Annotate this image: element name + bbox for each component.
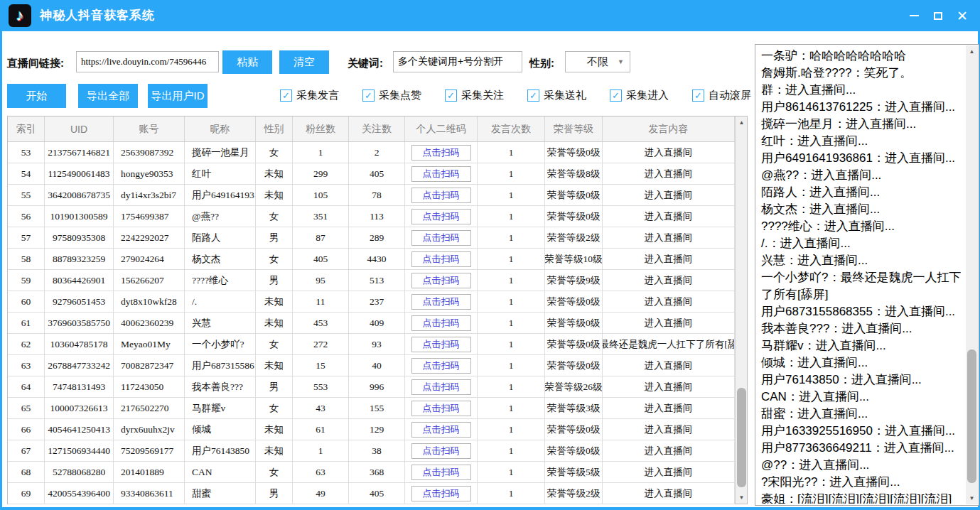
- column-header: 账号: [114, 116, 185, 141]
- clear-button[interactable]: 清空: [279, 50, 329, 74]
- scan-qr-button[interactable]: 点击扫码: [411, 401, 471, 416]
- scan-qr-button[interactable]: 点击扫码: [411, 358, 471, 374]
- cell-gender: 女: [256, 142, 293, 163]
- cell-nickname: 用户76143850: [185, 440, 256, 462]
- checkbox-label: 采集发言: [296, 89, 339, 102]
- maximize-button[interactable]: [926, 5, 950, 26]
- table-row[interactable]: 53 2137567146821 25639087392 搅碎一池星月 女 1 …: [8, 142, 735, 163]
- capture-option-checkbox[interactable]: 采集发言: [280, 89, 339, 102]
- scan-qr-button[interactable]: 点击扫码: [411, 379, 471, 395]
- app-title: 神秘人抖音获客系统: [40, 0, 155, 31]
- cell-speech-count: 1: [478, 440, 545, 462]
- scan-qr-button[interactable]: 点击扫码: [411, 209, 471, 224]
- capture-option-checkbox[interactable]: 采集进入: [610, 89, 669, 102]
- cell-qr: 点击扫码: [405, 419, 478, 440]
- chat-panel: 一条驴：哈哈哈哈哈哈哈哈 詹姆斯.哈登????：笑死了。 群：进入直播间... …: [755, 44, 979, 506]
- cell-honor-level: 荣誉等级0级: [545, 206, 603, 227]
- cell-index: 53: [8, 142, 45, 163]
- cell-fans: 351: [293, 206, 349, 227]
- cell-fans: 299: [293, 163, 349, 185]
- capture-option-checkbox[interactable]: 采集关注: [445, 89, 504, 102]
- scroll-up-icon[interactable]: ▲: [736, 116, 748, 129]
- table-row[interactable]: 60 92796051453 dyt8x10wkf28 /. 未知 11 237…: [8, 291, 735, 313]
- capture-options: 采集发言 采集点赞 采集关注 采集送礼 采集进入 自动滚屏: [280, 89, 751, 102]
- chat-scrollbar-thumb[interactable]: [967, 349, 976, 483]
- scan-qr-button[interactable]: 点击扫码: [411, 188, 471, 203]
- cell-fans: 95: [293, 270, 349, 291]
- table-row[interactable]: 58 88789323259 279024264 杨文杰 女 405 4430 …: [8, 249, 735, 270]
- table-row[interactable]: 59 80364426901 156266207 ????维心 男 95 513…: [8, 270, 735, 291]
- cell-nickname: 杨文杰: [185, 249, 256, 270]
- cell-index: 67: [8, 440, 45, 462]
- chat-message: 陌路人：进入直播间...: [761, 184, 964, 201]
- gender-label: 性别:: [529, 57, 554, 70]
- minimize-icon: [910, 15, 919, 16]
- cell-speech-count: 1: [478, 355, 545, 376]
- close-button[interactable]: ✕: [950, 5, 974, 26]
- scan-qr-button[interactable]: 点击扫码: [411, 486, 471, 501]
- export-all-button[interactable]: 导出全部: [78, 84, 138, 108]
- chat-message: 我本善良???：进入直播间...: [761, 320, 964, 337]
- cell-honor-level: 荣誉等级5级: [545, 462, 603, 483]
- live-link-input[interactable]: [76, 51, 219, 72]
- table-row[interactable]: 54 1125490061483 hongye90353 红叶 未知 299 4…: [8, 163, 735, 185]
- chat-scrollbar[interactable]: ▲ ▼: [966, 45, 978, 504]
- table-row[interactable]: 69 4200554396400 93340863611 甜蜜 男 49 405…: [8, 483, 735, 504]
- table-row[interactable]: 64 74748131493 117243050 我本善良??? 男 553 9…: [8, 376, 735, 398]
- gender-select[interactable]: 不限 ▼: [565, 51, 630, 72]
- paste-button[interactable]: 粘贴: [222, 50, 272, 74]
- chat-message: 一条驴：哈哈哈哈哈哈哈哈: [761, 48, 964, 65]
- cell-account: hongye90353: [114, 163, 185, 185]
- export-uid-button[interactable]: 导出用户ID: [148, 84, 208, 108]
- table-row[interactable]: 63 2678847733242 70082872347 用户687315586…: [8, 355, 735, 376]
- table-row[interactable]: 56 101901300589 1754699387 @燕?? 女 351 11…: [8, 206, 735, 227]
- table-row[interactable]: 67 1271506934440 75209569177 用户76143850 …: [8, 440, 735, 462]
- table-row[interactable]: 66 4054641250413 dyrx6uuhx2jv 倾城 未知 61 1…: [8, 419, 735, 440]
- table-row[interactable]: 62 103604785178 Meyao01My 一个小梦吖? 女 272 9…: [8, 334, 735, 355]
- keyword-input[interactable]: [393, 51, 522, 72]
- table-row[interactable]: 65 100007326613 2176502270 马群耀v 女 43 155…: [8, 398, 735, 419]
- scan-qr-button[interactable]: 点击扫码: [411, 315, 471, 331]
- cell-nickname: 一个小梦吖?: [185, 334, 256, 355]
- scan-qr-button[interactable]: 点击扫码: [411, 422, 471, 438]
- scan-qr-button[interactable]: 点击扫码: [411, 166, 471, 182]
- scroll-down-icon[interactable]: ▼: [736, 492, 748, 504]
- scan-qr-button[interactable]: 点击扫码: [411, 337, 471, 352]
- capture-option-checkbox[interactable]: 自动滚屏: [692, 89, 751, 102]
- cell-speech-content: 进入直播间: [603, 291, 735, 313]
- scroll-down-icon[interactable]: ▼: [966, 492, 978, 504]
- cell-gender: 未知: [256, 291, 293, 313]
- scan-qr-button[interactable]: 点击扫码: [411, 273, 471, 288]
- scroll-up-icon[interactable]: ▲: [966, 45, 978, 58]
- scan-qr-button[interactable]: 点击扫码: [411, 465, 471, 480]
- table-scrollbar[interactable]: ▲ ▼: [735, 116, 747, 504]
- minimize-button[interactable]: [902, 5, 926, 26]
- scan-qr-button[interactable]: 点击扫码: [411, 294, 471, 310]
- window-border-left: [0, 31, 2, 510]
- scan-qr-button[interactable]: 点击扫码: [411, 230, 471, 246]
- scan-qr-button[interactable]: 点击扫码: [411, 251, 471, 267]
- cell-account: 2176502270: [114, 398, 185, 419]
- cell-speech-count: 1: [478, 376, 545, 398]
- capture-option-checkbox[interactable]: 采集点赞: [362, 89, 421, 102]
- table-scrollbar-thumb[interactable]: [737, 388, 746, 487]
- cell-speech-content: 进入直播间: [603, 355, 735, 376]
- cell-uid: 2137567146821: [45, 142, 114, 163]
- scan-qr-button[interactable]: 点击扫码: [411, 145, 471, 161]
- scan-qr-button[interactable]: 点击扫码: [411, 443, 471, 459]
- cell-index: 58: [8, 249, 45, 270]
- start-button[interactable]: 开始: [7, 84, 66, 108]
- table-row[interactable]: 68 52788068280 201401889 CAN 女 63 368 点击…: [8, 462, 735, 483]
- cell-speech-content: 进入直播间: [603, 142, 735, 163]
- cell-fans: 43: [293, 398, 349, 419]
- cell-speech-count: 1: [478, 313, 545, 334]
- cell-honor-level: 荣誉等级0级: [545, 313, 603, 334]
- checkbox-checked-icon: [362, 89, 375, 102]
- capture-option-checkbox[interactable]: 采集送礼: [527, 89, 586, 102]
- column-header: 个人二维码: [405, 116, 478, 141]
- cell-fans: 11: [293, 291, 349, 313]
- column-header: 性别: [256, 116, 293, 141]
- table-row[interactable]: 55 3642008678735 dy1i4xr3s2bi7 用户6491641…: [8, 185, 735, 206]
- table-row[interactable]: 57 97580935308 2242292027 陌路人 男 87 289 点…: [8, 227, 735, 249]
- table-row[interactable]: 61 3769603585750 40062360239 兴慧 未知 453 4…: [8, 313, 735, 334]
